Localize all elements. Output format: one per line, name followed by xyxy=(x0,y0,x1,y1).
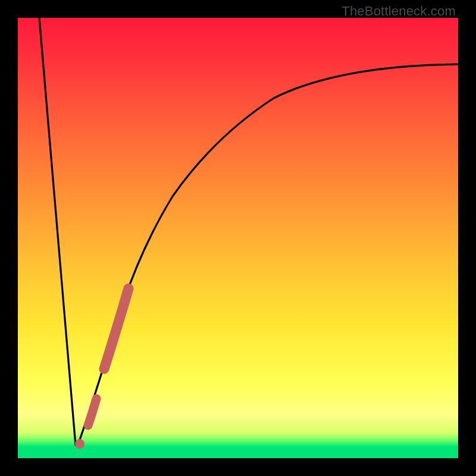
highlight-segment-upper xyxy=(104,289,129,369)
highlight-segment-lower xyxy=(88,399,96,425)
curve-svg xyxy=(18,18,458,458)
chart-frame: TheBottleneck.com xyxy=(0,0,476,476)
bottleneck-curve xyxy=(39,18,458,445)
plot-area xyxy=(18,18,458,458)
highlight-dot xyxy=(75,439,84,449)
attribution-text: TheBottleneck.com xyxy=(342,4,456,19)
